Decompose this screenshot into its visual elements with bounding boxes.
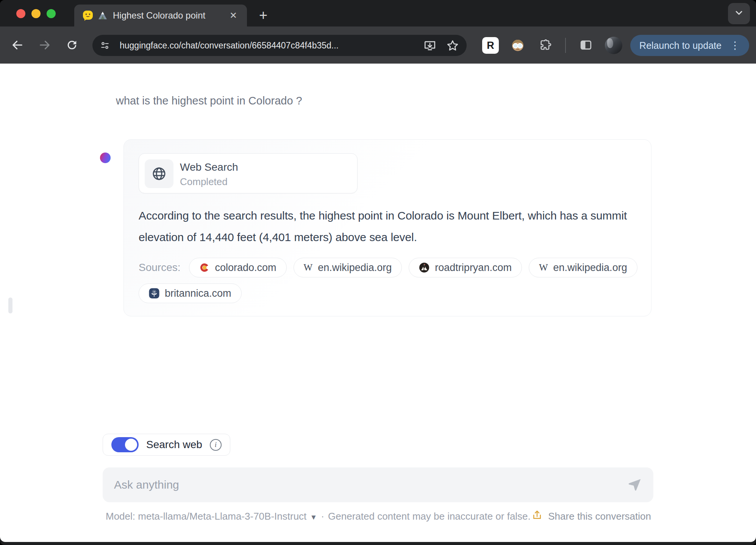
search-web-toggle[interactable] bbox=[111, 437, 139, 452]
extensions-puzzle-icon[interactable] bbox=[539, 38, 552, 52]
dot-separator: · bbox=[321, 511, 324, 522]
tool-title: Web Search bbox=[180, 161, 238, 173]
source-pill-colorado[interactable]: colorado.com bbox=[189, 258, 287, 277]
assistant-response-text: According to the search results, the hig… bbox=[139, 205, 648, 248]
source-pill-wikipedia-2[interactable]: W en.wikipedia.org bbox=[529, 258, 637, 277]
extension-r-icon[interactable]: R bbox=[482, 37, 499, 54]
share-conversation-button[interactable]: Share this conversation bbox=[531, 509, 651, 523]
tab-title: Highest Colorado point bbox=[113, 10, 226, 21]
model-selector[interactable]: Model: meta-llama/Meta-Llama-3-70B-Instr… bbox=[106, 511, 317, 522]
profile-avatar[interactable] bbox=[605, 37, 622, 54]
back-button[interactable] bbox=[11, 38, 24, 52]
forward-button[interactable] bbox=[38, 38, 52, 52]
globe-icon-box bbox=[145, 159, 173, 188]
relaunch-label: Relaunch to update bbox=[639, 40, 722, 51]
install-app-icon[interactable] bbox=[423, 39, 436, 52]
share-label: Share this conversation bbox=[548, 511, 651, 522]
tab-search-button[interactable] bbox=[728, 3, 750, 24]
wikipedia-favicon: W bbox=[304, 262, 313, 273]
source-pill-wikipedia-1[interactable]: W en.wikipedia.org bbox=[294, 258, 402, 277]
tab-close-icon[interactable]: ✕ bbox=[226, 9, 240, 22]
colorado-favicon bbox=[199, 262, 210, 273]
wikipedia-favicon: W bbox=[539, 262, 548, 273]
maximize-window-button[interactable] bbox=[47, 9, 56, 18]
url-text[interactable]: huggingface.co/chat/conversation/6658440… bbox=[120, 40, 423, 51]
huggingchat-page: what is the highest point in Colorado ? … bbox=[0, 64, 756, 542]
caret-down-icon: ▼ bbox=[310, 513, 317, 521]
huggingchat-favicon bbox=[83, 10, 93, 21]
bookmark-star-icon[interactable] bbox=[446, 39, 459, 52]
site-controls-icon[interactable] bbox=[99, 40, 111, 51]
sources-row: Sources: colorado.com W en.wikipedia.org bbox=[139, 258, 642, 303]
user-message: what is the highest point in Colorado ? bbox=[116, 95, 302, 107]
toggle-knob bbox=[125, 439, 137, 451]
relaunch-to-update-button[interactable]: Relaunch to update ⋮ bbox=[630, 35, 749, 56]
reload-button[interactable] bbox=[65, 38, 79, 52]
browser-tab[interactable]: Highest Colorado point ✕ bbox=[74, 5, 247, 26]
web-search-tool-card[interactable]: Web Search Completed bbox=[139, 153, 358, 193]
close-window-button[interactable] bbox=[16, 9, 25, 18]
model-label: Model: bbox=[106, 511, 135, 522]
share-upload-icon bbox=[531, 509, 543, 523]
new-tab-button[interactable]: + bbox=[255, 7, 272, 24]
side-panel-icon[interactable] bbox=[579, 38, 593, 52]
extension-avatar-icon[interactable] bbox=[510, 38, 525, 53]
chat-footer: Model: meta-llama/Meta-Llama-3-70B-Instr… bbox=[106, 509, 651, 523]
info-icon[interactable]: i bbox=[210, 439, 222, 451]
minimize-window-button[interactable] bbox=[31, 9, 41, 18]
chat-input[interactable] bbox=[114, 467, 618, 502]
assistant-avatar bbox=[100, 153, 111, 163]
model-name: meta-llama/Meta-Llama-3-70B-Instruct bbox=[138, 511, 306, 522]
disclaimer-text: Generated content may be inaccurate or f… bbox=[328, 511, 531, 522]
britannica-favicon bbox=[149, 288, 159, 299]
sidebar-drag-handle[interactable] bbox=[8, 297, 12, 313]
tab-strip: Highest Colorado point ✕ + bbox=[0, 0, 756, 26]
toolbar-separator bbox=[565, 38, 566, 53]
tool-status: Completed bbox=[180, 176, 228, 188]
source-pill-britannica[interactable]: britannica.com bbox=[139, 283, 242, 303]
globe-icon bbox=[151, 166, 167, 182]
address-bar[interactable]: huggingface.co/chat/conversation/6658440… bbox=[92, 35, 467, 56]
sources-label: Sources: bbox=[139, 262, 181, 274]
search-web-toggle-box: Search web i bbox=[103, 434, 230, 456]
browser-toolbar: huggingface.co/chat/conversation/6658440… bbox=[0, 26, 756, 64]
roadtripryan-favicon bbox=[419, 262, 430, 273]
browser-window: Highest Colorado point ✕ + bbox=[0, 0, 756, 545]
search-web-label: Search web bbox=[146, 439, 202, 451]
assistant-message-card: Web Search Completed According to the se… bbox=[123, 139, 651, 316]
chat-input-box bbox=[103, 467, 653, 502]
more-vertical-icon[interactable]: ⋮ bbox=[730, 39, 740, 51]
mountain-emoji-icon bbox=[98, 11, 108, 20]
source-pill-roadtripryan[interactable]: roadtripryan.com bbox=[409, 258, 522, 277]
send-icon[interactable] bbox=[627, 477, 642, 492]
chevron-down-icon bbox=[734, 8, 744, 20]
